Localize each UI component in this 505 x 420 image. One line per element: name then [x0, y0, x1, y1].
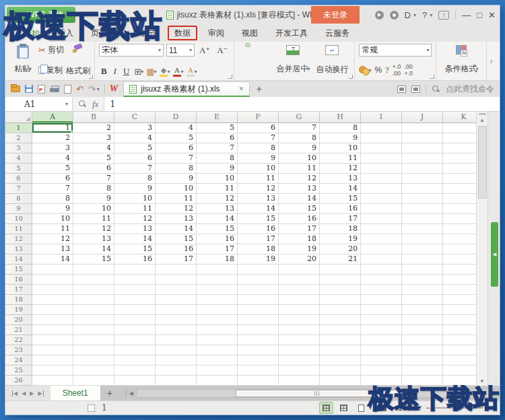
cell-E18[interactable]	[197, 295, 238, 305]
first-sheet-icon[interactable]: ◀	[12, 390, 18, 396]
cell-F2[interactable]: 7	[238, 133, 279, 143]
maximize-button[interactable]: □	[477, 10, 482, 20]
cell-E11[interactable]: 15	[197, 224, 238, 234]
row-header-21[interactable]: 21	[5, 325, 32, 335]
prev-sheet-icon[interactable]: ◀	[22, 390, 26, 396]
increase-decimal-button[interactable]: +.0 .00	[392, 63, 401, 77]
cell-D11[interactable]: 14	[156, 224, 197, 234]
cell-C15[interactable]	[114, 265, 156, 275]
cell-H4[interactable]: 11	[320, 153, 361, 164]
cell-C26[interactable]	[114, 376, 156, 386]
row-header-10[interactable]: 10	[5, 214, 32, 224]
cell-I10[interactable]	[361, 214, 402, 224]
cell-E12[interactable]: 16	[197, 234, 238, 244]
cell-B22[interactable]	[73, 335, 114, 345]
cell-H3[interactable]: 10	[320, 143, 361, 153]
cell-H12[interactable]: 19	[320, 234, 361, 244]
cell-E7[interactable]: 11	[197, 184, 238, 194]
close-tab-icon[interactable]: ×	[239, 84, 244, 94]
cell-B5[interactable]: 6	[73, 164, 114, 174]
cell-F3[interactable]: 8	[238, 143, 279, 153]
cell-K20[interactable]	[443, 315, 476, 325]
cell-I24[interactable]	[361, 355, 402, 365]
row-header-20[interactable]: 20	[5, 315, 32, 325]
justify-button[interactable]	[261, 74, 265, 77]
normal-view-button[interactable]	[320, 403, 333, 413]
cell-C10[interactable]: 12	[114, 214, 156, 224]
cell-H22[interactable]	[320, 335, 361, 345]
cell-J24[interactable]	[402, 355, 443, 365]
cell-B13[interactable]: 14	[73, 244, 114, 254]
cell-I21[interactable]	[361, 325, 402, 335]
cell-H6[interactable]: 13	[320, 174, 361, 184]
cell-K18[interactable]	[443, 295, 476, 305]
cell-F21[interactable]	[238, 325, 279, 335]
shrink-font-button[interactable]: A⁻	[215, 45, 230, 56]
align-top-button[interactable]	[238, 44, 242, 46]
dialog-launcher-icon[interactable]	[228, 75, 232, 79]
cell-J11[interactable]	[402, 224, 443, 234]
cell-D19[interactable]	[156, 305, 197, 315]
cell-B1[interactable]: 2	[73, 123, 114, 133]
search-icon[interactable]	[432, 85, 440, 94]
cell-I6[interactable]	[361, 174, 402, 184]
settings-icon[interactable]	[390, 11, 399, 20]
cell-C20[interactable]	[114, 315, 156, 325]
column-header-F[interactable]: F	[238, 112, 279, 123]
cell-C17[interactable]	[114, 285, 156, 295]
column-header-B[interactable]: B	[73, 112, 114, 123]
row-header-2[interactable]: 2	[5, 133, 32, 143]
cell-F15[interactable]	[238, 265, 279, 275]
cell-J10[interactable]	[402, 214, 443, 224]
cell-H23[interactable]	[320, 345, 361, 355]
font-size-select[interactable]: 11▾	[166, 44, 195, 57]
help-button[interactable]: ?	[422, 10, 427, 20]
row-header-5[interactable]: 5	[5, 164, 32, 174]
cell-C2[interactable]: 4	[114, 133, 156, 143]
cell-F25[interactable]	[238, 365, 279, 376]
cell-A1[interactable]: 1	[32, 123, 73, 133]
align-bottom-button[interactable]	[253, 44, 257, 46]
cell-D25[interactable]	[156, 365, 197, 376]
cell-G19[interactable]	[279, 305, 320, 315]
cell-A9[interactable]: 9	[32, 204, 73, 214]
bold-button[interactable]: B	[99, 66, 109, 77]
cell-A12[interactable]: 12	[32, 234, 73, 244]
cell-C3[interactable]: 5	[114, 143, 156, 153]
cell-K9[interactable]	[443, 204, 476, 214]
cell-J1[interactable]	[402, 123, 443, 133]
cell-K16[interactable]	[443, 275, 476, 285]
row-header-9[interactable]: 9	[5, 204, 32, 214]
cell-I17[interactable]	[361, 285, 402, 295]
cell-A2[interactable]: 2	[32, 133, 73, 143]
comma-style-button[interactable]: ?	[385, 65, 389, 75]
number-format-select[interactable]: 常规▾	[359, 44, 432, 57]
cell-A24[interactable]	[32, 355, 73, 365]
align-center-button[interactable]	[246, 74, 250, 77]
cell-I7[interactable]	[361, 184, 402, 194]
cell-J17[interactable]	[402, 285, 443, 295]
vertical-scroll-thumb[interactable]	[478, 126, 487, 199]
cell-J16[interactable]	[402, 275, 443, 285]
cell-D18[interactable]	[156, 295, 197, 305]
last-sheet-icon[interactable]: ▶	[38, 390, 43, 396]
merge-center-button[interactable]: T 合并居中▾	[272, 44, 314, 77]
cell-J18[interactable]	[402, 295, 443, 305]
cell-B9[interactable]: 10	[73, 204, 114, 214]
wrap-text-button[interactable]: ↵ 自动换行	[314, 44, 350, 77]
percent-button[interactable]: %	[374, 65, 382, 75]
cell-J25[interactable]	[402, 365, 443, 376]
row-header-17[interactable]: 17	[5, 285, 32, 295]
cell-E23[interactable]	[197, 345, 238, 355]
cell-G4[interactable]: 10	[279, 153, 320, 164]
cell-K24[interactable]	[443, 355, 476, 365]
close-button[interactable]: ✕	[488, 10, 496, 20]
cell-K8[interactable]	[443, 194, 476, 204]
cell-K4[interactable]	[443, 153, 476, 164]
cell-K22[interactable]	[443, 335, 476, 345]
cell-H19[interactable]	[320, 305, 361, 315]
cell-A15[interactable]	[32, 265, 73, 275]
cell-D24[interactable]	[156, 355, 197, 365]
cell-H20[interactable]	[320, 315, 361, 325]
document-tab[interactable]: jisuxz 表格素材 (1).xls ×	[123, 81, 249, 97]
